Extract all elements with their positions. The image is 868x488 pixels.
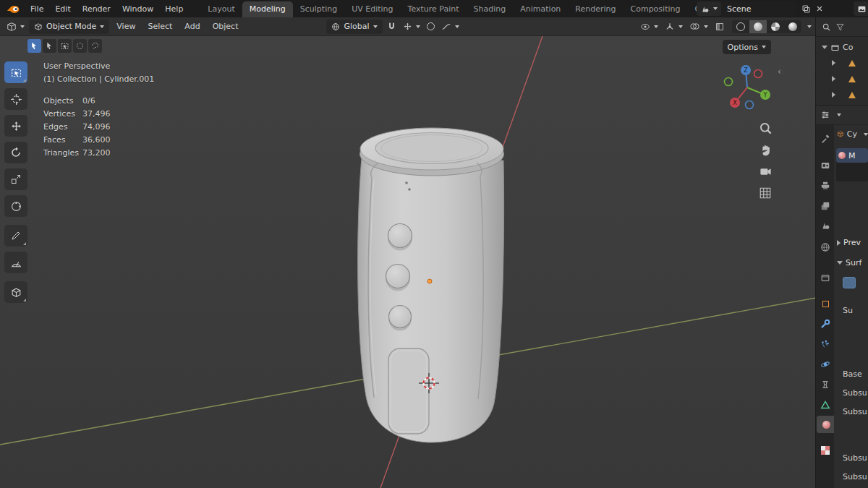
speaker-model[interactable] (358, 128, 504, 442)
camera-view-button[interactable] (759, 165, 773, 179)
menu-window[interactable]: Window (116, 1, 159, 17)
outliner-row-object[interactable] (816, 71, 868, 87)
tab-view-layer[interactable] (817, 197, 834, 215)
tab-output[interactable] (817, 177, 834, 194)
tab-layout[interactable]: Layout (200, 1, 242, 17)
tab-object[interactable] (817, 295, 834, 312)
active-tool-button[interactable] (27, 39, 41, 53)
use-nodes-button[interactable] (843, 277, 868, 288)
tab-material[interactable] (817, 416, 835, 433)
tool-scale[interactable] (4, 168, 27, 190)
disclosure-open-icon[interactable] (822, 46, 827, 49)
shading-rendered-button[interactable] (784, 20, 801, 33)
gizmos-dropdown[interactable] (663, 20, 685, 33)
filter-funnel-icon[interactable] (835, 22, 845, 32)
properties-editor-icon[interactable] (820, 110, 830, 120)
blender-logo-icon[interactable] (6, 3, 22, 14)
orthographic-grid-button[interactable] (759, 187, 772, 200)
editor-type-button[interactable] (4, 20, 27, 33)
section-surface[interactable]: Surf (837, 258, 868, 267)
tab-modifiers[interactable] (817, 315, 834, 333)
axis-neg-x-ball[interactable] (754, 70, 762, 78)
tab-scene[interactable] (817, 217, 834, 234)
menu-file[interactable]: File (25, 1, 49, 17)
menu-view[interactable]: View (111, 19, 140, 34)
search-icon[interactable] (822, 22, 831, 32)
axis-neg-y-ball[interactable] (725, 78, 733, 86)
viewport-canvas[interactable]: Options User Perspective (1) Collection … (0, 36, 816, 488)
tab-uv-editing[interactable]: UV Editing (344, 1, 400, 17)
visibility-dropdown[interactable] (638, 20, 660, 33)
select-mode-circle[interactable] (73, 39, 87, 53)
menu-object[interactable]: Object (208, 19, 244, 34)
scene-name-field[interactable]: Scene (721, 1, 796, 16)
tool-transform[interactable] (4, 195, 27, 217)
navigation-gizmo[interactable]: Z Y X (718, 59, 776, 116)
shading-material-button[interactable] (767, 20, 784, 33)
shading-solid-button[interactable] (749, 20, 767, 33)
proportional-edit-button[interactable] (425, 21, 437, 32)
tab-shading[interactable]: Shading (467, 1, 514, 17)
menu-select[interactable]: Select (142, 19, 177, 34)
proportional-falloff-dropdown[interactable] (439, 20, 461, 33)
tab-render[interactable] (817, 157, 834, 174)
select-mode-tweak[interactable] (43, 39, 56, 53)
properties-breadcrumb[interactable]: Cy (837, 129, 868, 139)
outliner-row-object[interactable] (816, 87, 868, 103)
tool-add-cube[interactable] (4, 281, 27, 303)
view-layer-selector[interactable] (854, 1, 868, 16)
tab-physics[interactable] (817, 356, 834, 373)
tool-annotate[interactable] (4, 225, 27, 247)
browse-scene-button[interactable] (697, 1, 721, 16)
tab-particles[interactable] (817, 335, 834, 353)
tab-world[interactable] (817, 239, 834, 256)
transform-orientation-dropdown[interactable]: Global (326, 20, 382, 34)
xray-toggle-button[interactable] (712, 20, 727, 33)
options-dropdown[interactable]: Options (723, 40, 771, 54)
pan-hand-button[interactable] (759, 143, 773, 157)
tool-measure[interactable] (4, 252, 27, 273)
tab-object-data[interactable] (817, 396, 834, 414)
stat-label: Objects (43, 95, 82, 108)
tab-compositing[interactable]: Compositing (624, 1, 688, 17)
new-scene-button[interactable] (799, 3, 813, 15)
tool-rotate[interactable] (4, 142, 27, 163)
overlays-dropdown[interactable] (687, 20, 710, 33)
outliner-row-collection[interactable]: Co (816, 39, 868, 55)
menu-add[interactable]: Add (179, 19, 205, 34)
tool-cursor[interactable] (4, 88, 27, 110)
section-preview[interactable]: Prev (837, 238, 868, 247)
select-mode-lasso[interactable] (88, 39, 102, 53)
tab-constraints[interactable] (817, 376, 834, 393)
tab-sculpting[interactable]: Sculpting (293, 1, 344, 17)
disclosure-closed-icon[interactable] (832, 60, 835, 66)
axis-neg-z-ball[interactable] (746, 101, 754, 109)
shading-wireframe-button[interactable] (732, 20, 749, 33)
snap-toggle-button[interactable] (385, 20, 399, 33)
snap-settings-dropdown[interactable] (401, 20, 422, 33)
tab-texture-paint[interactable]: Texture Paint (401, 1, 467, 17)
disclosure-closed-icon[interactable] (832, 76, 835, 82)
tab-modeling[interactable]: Modeling (242, 1, 293, 17)
menu-edit[interactable]: Edit (49, 1, 76, 17)
menu-help[interactable]: Help (159, 1, 189, 17)
tab-collection[interactable] (817, 269, 834, 286)
tool-select-box[interactable] (4, 61, 27, 83)
unlink-scene-button[interactable] (813, 3, 826, 14)
mode-dropdown[interactable]: Object Mode (29, 20, 109, 34)
select-mode-box[interactable] (58, 39, 72, 53)
disclosure-closed-icon[interactable] (832, 92, 835, 98)
outliner-row-object[interactable] (816, 55, 868, 71)
tab-texture[interactable] (817, 442, 834, 459)
zoom-button[interactable] (759, 121, 773, 135)
tab-tool[interactable] (817, 131, 834, 148)
menu-render[interactable]: Render (77, 1, 116, 17)
tab-rendering[interactable]: Rendering (568, 1, 623, 17)
circle-select-icon (75, 41, 85, 51)
tool-move[interactable] (4, 115, 27, 137)
panel-collapse-arrow[interactable]: ‹ (778, 67, 781, 77)
shading-dropdown-chevron[interactable] (807, 25, 812, 28)
material-slot-active[interactable]: M (836, 148, 868, 163)
tab-animation[interactable]: Animation (513, 1, 568, 17)
mesh-object-icon (848, 92, 856, 98)
